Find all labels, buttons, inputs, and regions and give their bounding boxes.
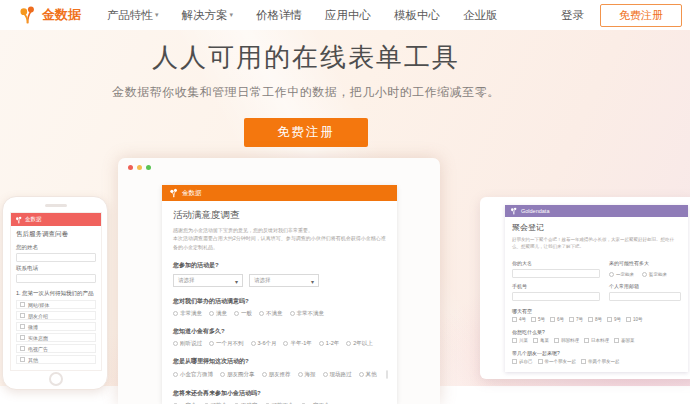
checkbox-icon [20, 313, 25, 318]
survey-form-description: 感谢您为小金活动留下宝贵的意见，您的反馈对我们非常重要。 本次活动调查需要占用大… [173, 226, 386, 251]
radio-icon [251, 341, 256, 346]
name-field-label: 你的大名 [512, 260, 600, 266]
checkbox-option: 粤菜 [533, 338, 549, 343]
brand-name: 金数据 [42, 6, 81, 24]
email-field-label: 个人常用邮箱 [609, 283, 681, 289]
radio-icon [259, 311, 264, 316]
checkbox-option-row: 就自己带一个朋友一起带两个朋友一起 [512, 359, 681, 364]
maximize-window-icon [146, 165, 151, 170]
survey-form-title: 活动满意度调查 [173, 209, 386, 222]
checkbox-icon [20, 346, 25, 351]
survey-form: 金数据 活动满意度调查 感谢您为小金活动留下宝贵的意见，您的反馈对我们非常重要。… [162, 185, 397, 404]
nav-item-apps[interactable]: 应用中心 [325, 8, 371, 23]
phone-input [16, 274, 96, 283]
nav-item-solutions[interactable]: 解决方案▾ [182, 8, 234, 23]
checkbox-option: 9号 [607, 317, 621, 322]
phone-field-label: 联系电话 [16, 265, 96, 272]
login-link[interactable]: 登录 [561, 8, 584, 23]
nav-item-templates[interactable]: 模板中心 [394, 8, 440, 23]
checkbox-option: 带两个朋友一起 [581, 359, 620, 364]
checkbox-option: 川菜 [512, 338, 528, 343]
radio-icon [346, 341, 351, 346]
name-input [512, 269, 600, 278]
radio-icon [359, 372, 364, 377]
checkbox-option: 5号 [531, 317, 545, 322]
radio-option: 非常满意 [173, 310, 202, 317]
checkbox-icon [581, 359, 586, 364]
radio-icon [173, 311, 178, 316]
party-form-body: 聚会登记 好朋友约一下聚个会吧！趁着一年难得的小长假，大家一起聚聚好好叙旧。想吃… [505, 217, 688, 369]
jinshuju-logo-icon [169, 188, 179, 198]
checkbox-icon [588, 317, 593, 322]
radio-option: 现场路过 [323, 371, 352, 378]
checkbox-icon [533, 338, 538, 343]
radio-option: 其他 [359, 371, 377, 378]
activity-select: 请选择▾ [173, 274, 243, 287]
hero-section: 人人可用的在线表单工具 金数据帮你收集和管理日常工作中的数据，把几小时的工作缩减… [0, 40, 612, 147]
checkbox-icon [538, 359, 543, 364]
checkbox-option-row: 川菜粤菜韩国料理日本料理泰国菜 [512, 338, 681, 343]
radio-option: 暂定能来 [642, 272, 667, 277]
radio-icon [262, 372, 267, 377]
nav-item-enterprise[interactable]: 企业版 [463, 8, 498, 23]
radio-options: 小金官方微博朋友圈分享朋友推荐海报现场路过其他 [173, 371, 377, 378]
phone-mockup: 金数据 售后服务调查问卷 您的姓名 联系电话 1. 您第一次从何得知我们的产品 … [2, 196, 108, 390]
radio-icon [283, 341, 288, 346]
checkbox-option-row: 朋友介绍 [16, 311, 96, 320]
radio-icon [220, 372, 225, 377]
question-label: 您是从哪里得知这次活动的? [173, 357, 386, 366]
question-label: 您知道小金有多久? [173, 327, 386, 336]
minimize-window-icon [137, 165, 142, 170]
select-row: 请选择▾ 请选择▾ [173, 274, 386, 287]
window-controls [128, 165, 151, 170]
radio-option: 一个月不到 [209, 340, 244, 347]
mobile-input [512, 292, 600, 301]
checkbox-option: 就自己 [512, 359, 533, 364]
radio-option-row: 非常满意满意一般不满意非常不满意 [173, 310, 386, 317]
party-form-fields: 你的大名 来的可能性有多大 一定能来暂定能来 手机号 个人常用邮箱 [512, 256, 681, 301]
radio-option: 朋友推荐 [262, 371, 291, 378]
page: 金数据 产品特性▾ 解决方案▾ 价格详情 应用中心 模板中心 企业版 登录 免费… [0, 0, 690, 404]
phone-form-title: 售后服务调查问卷 [16, 230, 96, 239]
nav-item-pricing[interactable]: 价格详情 [256, 8, 302, 23]
checkbox-icon [531, 317, 536, 322]
hero-signup-button[interactable]: 免费注册 [244, 118, 368, 147]
checkbox-option: 泰国菜 [614, 338, 635, 343]
phone-form-brand: 金数据 [25, 216, 42, 223]
nav-item-product-features[interactable]: 产品特性▾ [107, 8, 159, 23]
phone-screen: 金数据 售后服务调查问卷 您的姓名 联系电话 1. 您第一次从何得知我们的产品 … [10, 212, 102, 371]
question-label: 您参加的活动是? [173, 261, 386, 270]
checkbox-icon [512, 338, 517, 343]
navbar: 金数据 产品特性▾ 解决方案▾ 价格详情 应用中心 模板中心 企业版 登录 免费… [0, 0, 690, 30]
checkbox-icon [569, 317, 574, 322]
radio-icon [209, 311, 214, 316]
radio-option: 海报 [298, 371, 316, 378]
radio-option-row: 刚听说过一个月不到3-6个月半年-1年1-2年2年以上 [173, 340, 386, 347]
checkbox-option-row: 微博 [16, 322, 96, 331]
brand-logo[interactable]: 金数据 [18, 5, 81, 25]
radio-option: 2年以上 [346, 340, 373, 347]
signup-button[interactable]: 免费注册 [600, 4, 682, 27]
radio-option-row-with-input: 小金官方微博朋友圈分享朋友推荐海报现场路过其他 [173, 370, 386, 379]
right-card: Goldendata 聚会登记 好朋友约一下聚个会吧！趁着一年难得的小长假，大家… [480, 197, 690, 379]
question-label: 您对我们举办的活动满意吗? [173, 297, 386, 306]
jinshuju-logo-icon [18, 5, 38, 25]
checkbox-icon [20, 324, 25, 329]
checkbox-icon [512, 317, 517, 322]
radio-icon [609, 272, 614, 277]
radio-option: 朋友圈分享 [220, 371, 255, 378]
close-window-icon [128, 165, 133, 170]
checkbox-option-row: 实体店面 [16, 333, 96, 342]
question-label: 你想吃什么菜? [512, 329, 681, 335]
checkbox-icon [20, 335, 25, 340]
radio-icon [298, 372, 303, 377]
checkbox-option: 韩国料理 [554, 338, 579, 343]
email-input [609, 292, 681, 301]
radio-option: 小金官方微博 [173, 371, 213, 378]
description-line: 本次活动调查需要占用大约2分钟时间，认真填写、参与调查的小伙伴们将有机会获得小金… [173, 234, 386, 251]
radio-icon [290, 311, 295, 316]
nav-right: 登录 免费注册 [561, 4, 682, 27]
checkbox-icon [512, 359, 517, 364]
radio-icon [323, 372, 328, 377]
question-label: 哪天有空 [512, 308, 681, 314]
